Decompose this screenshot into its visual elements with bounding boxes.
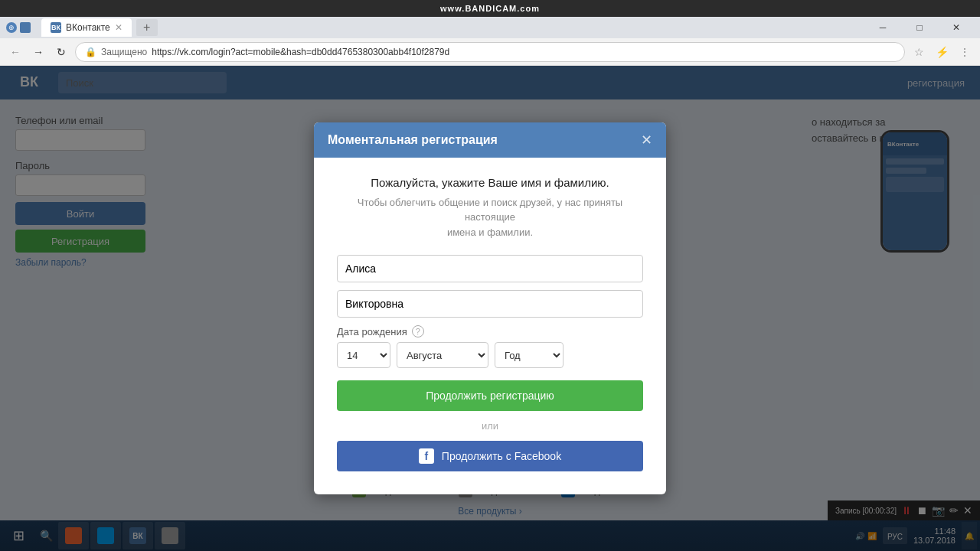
menu-icon[interactable]: ⋮	[956, 43, 974, 61]
browser-title-bar: ⊕ ВК ВКонтакте ✕ + ─ □ ✕	[0, 17, 980, 38]
dob-section: Дата рождения ? 14 Августа Год	[337, 325, 643, 368]
bandicam-text: www.BANDICAM.com	[440, 4, 540, 13]
modal-title: Моментальная регистрация	[328, 133, 498, 147]
new-tab-btn[interactable]: +	[136, 19, 158, 36]
dob-label-text: Дата рождения	[337, 326, 407, 337]
dob-help-icon[interactable]: ?	[412, 325, 424, 337]
vk-page: ВК регистрация Телефон или email Пароль …	[0, 66, 980, 551]
secure-label: Защищено	[101, 47, 147, 57]
modal-overlay: Моментальная регистрация ✕ Пожалуйста, у…	[0, 66, 980, 551]
refresh-button[interactable]: ↻	[52, 43, 70, 61]
tab-favicon: ВК	[51, 22, 61, 33]
extensions-icon[interactable]: ⚡	[933, 43, 951, 61]
address-bar[interactable]: 🔒 Защищено https://vk.com/login?act=mobi…	[75, 42, 905, 62]
modal-subtitle: Пожалуйста, укажите Ваше имя и фамилию.	[337, 176, 643, 189]
or-text: или	[482, 420, 498, 432]
minimize-button[interactable]: ─	[865, 17, 900, 38]
bookmark-icon[interactable]: ☆	[910, 43, 928, 61]
bandicam-bar: www.BANDICAM.com	[0, 0, 980, 17]
back-button[interactable]: ←	[6, 43, 24, 61]
registration-modal: Моментальная регистрация ✕ Пожалуйста, у…	[314, 122, 666, 495]
modal-hint: Чтобы облегчить общение и поиск друзей, …	[337, 195, 643, 240]
browser-tab[interactable]: ВК ВКонтакте ✕	[41, 18, 132, 37]
modal-body: Пожалуйста, укажите Ваше имя и фамилию. …	[314, 158, 666, 495]
tab-close-icon[interactable]: ✕	[115, 22, 122, 33]
or-divider: или	[337, 420, 643, 432]
facebook-icon: f	[419, 448, 434, 464]
browser-icon-2	[20, 22, 31, 33]
facebook-button[interactable]: f Продолжить с Facebook	[337, 441, 643, 471]
secure-icon: 🔒	[85, 47, 96, 57]
continue-button[interactable]: Продолжить регистрацию	[337, 380, 643, 411]
dob-selects: 14 Августа Год	[337, 342, 643, 368]
month-select[interactable]: Августа	[397, 342, 488, 368]
maximize-button[interactable]: □	[902, 17, 937, 38]
last-name-input[interactable]	[337, 290, 643, 318]
browser-icon-1: ⊕	[6, 22, 17, 33]
close-button[interactable]: ✕	[939, 17, 974, 38]
address-text: https://vk.com/login?act=mobile&hash=db0…	[152, 47, 449, 57]
dob-label: Дата рождения ?	[337, 325, 643, 337]
year-select[interactable]: Год	[495, 342, 564, 368]
facebook-label: Продолжить с Facebook	[442, 450, 561, 462]
modal-close-button[interactable]: ✕	[641, 133, 652, 147]
nav-bar: ← → ↻ 🔒 Защищено https://vk.com/login?ac…	[0, 38, 980, 66]
forward-button[interactable]: →	[29, 43, 47, 61]
tab-label: ВКонтакте	[66, 22, 110, 33]
first-name-input[interactable]	[337, 255, 643, 282]
window-controls: ─ □ ✕	[865, 17, 974, 38]
modal-header: Моментальная регистрация ✕	[314, 122, 666, 158]
day-select[interactable]: 14	[337, 342, 390, 368]
